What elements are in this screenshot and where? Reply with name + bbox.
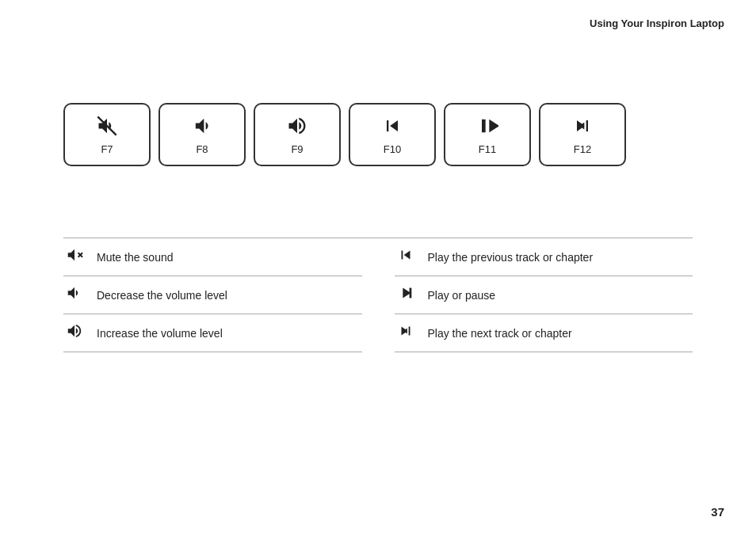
legend-prev-text: Play the previous track or chapter xyxy=(428,251,594,264)
key-f10-label: F10 xyxy=(384,143,401,155)
key-f10: F10 xyxy=(349,103,436,166)
play-pause-icon xyxy=(476,115,498,140)
legend-prev-track: Play the previous track or chapter xyxy=(395,238,693,276)
key-f7-label: F7 xyxy=(101,143,113,155)
legend-play-pause: Play or pause xyxy=(395,276,693,314)
legend-vol-up-icon xyxy=(63,322,86,344)
legend-next-icon xyxy=(395,322,417,344)
legend-vol-down-text: Decrease the volume level xyxy=(97,289,227,302)
key-f9-label: F9 xyxy=(291,143,303,155)
key-f11: F11 xyxy=(444,103,531,166)
legend-left-col: Mute the sound Decrease the volume level xyxy=(63,238,379,352)
key-f12: F12 xyxy=(539,103,626,166)
key-f9: F9 xyxy=(254,103,341,166)
legend-vol-down-icon xyxy=(63,284,86,306)
vol-up-icon xyxy=(286,115,308,140)
legend-mute: Mute the sound xyxy=(63,238,362,276)
key-f8: F8 xyxy=(158,103,246,166)
keys-section: F7 F8 F9 F10 xyxy=(63,103,693,166)
next-icon xyxy=(571,115,594,140)
legend-right-col: Play the previous track or chapter Play … xyxy=(379,238,693,352)
prev-icon xyxy=(381,115,403,140)
vol-down-icon xyxy=(191,115,213,140)
legend-mute-text: Mute the sound xyxy=(97,251,174,264)
page-number: 37 xyxy=(711,505,724,519)
legend-next-text: Play the next track or chapter xyxy=(428,327,572,340)
legend-vol-up-text: Increase the volume level xyxy=(97,327,223,340)
legend-prev-icon xyxy=(395,246,417,268)
legend-next-track: Play the next track or chapter xyxy=(395,314,693,352)
legend-vol-up: Increase the volume level xyxy=(63,314,362,352)
mute-icon xyxy=(96,115,118,140)
legend-mute-icon xyxy=(63,246,86,268)
legend-columns: Mute the sound Decrease the volume level xyxy=(63,238,693,352)
legend-play-pause-icon xyxy=(395,284,417,306)
legend-play-pause-text: Play or pause xyxy=(428,289,496,302)
legend-section: Mute the sound Decrease the volume level xyxy=(63,238,693,352)
key-f11-label: F11 xyxy=(479,143,496,155)
svg-rect-3 xyxy=(409,288,411,298)
key-f12-label: F12 xyxy=(574,143,591,155)
key-f8-label: F8 xyxy=(196,143,208,155)
page-header-title: Using Your Inspiron Laptop xyxy=(590,17,724,29)
key-f7: F7 xyxy=(63,103,151,166)
legend-vol-down: Decrease the volume level xyxy=(63,276,362,314)
